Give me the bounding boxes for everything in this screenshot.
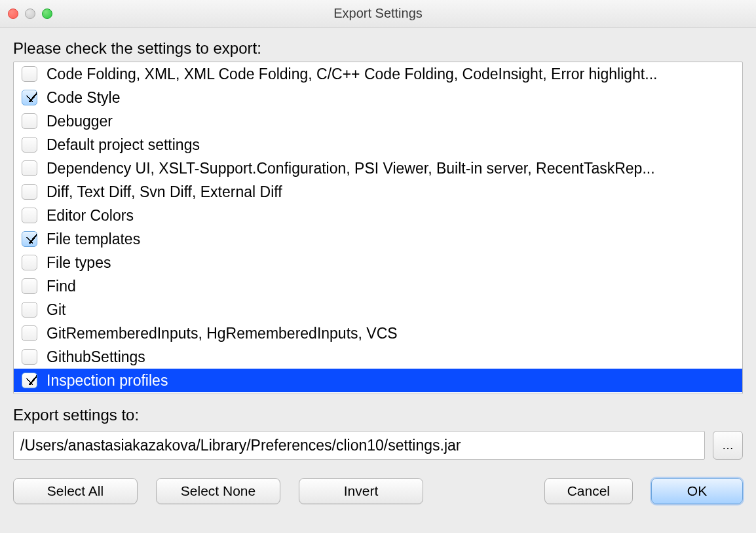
titlebar: Export Settings [0, 0, 756, 28]
list-item-label: GitRememberedInputs, HgRememberedInputs,… [47, 325, 398, 342]
export-path-row: … [13, 431, 743, 460]
list-item[interactable]: Code Folding, XML, XML Code Folding, C/C… [14, 62, 742, 86]
checkbox[interactable] [22, 373, 37, 388]
checkbox[interactable] [22, 325, 37, 341]
list-item[interactable]: Dependency UI, XSLT-Support.Configuratio… [14, 156, 742, 180]
list-item-label: Default project settings [47, 136, 200, 154]
checkbox[interactable] [22, 113, 37, 129]
list-item[interactable]: Code Style [14, 86, 742, 109]
checkbox[interactable] [22, 255, 37, 270]
checkbox[interactable] [22, 278, 37, 294]
checkbox[interactable] [22, 349, 37, 365]
list-item[interactable]: Inspection profiles [14, 369, 742, 392]
checkbox[interactable] [22, 184, 37, 200]
list-item-label: Code Style [47, 89, 121, 107]
checkbox[interactable] [22, 231, 37, 247]
select-all-button[interactable]: Select All [13, 478, 138, 504]
list-item-label: Diff, Text Diff, Svn Diff, External Diff [47, 183, 282, 201]
list-item-label: Editor Colors [47, 207, 134, 225]
close-window-icon[interactable] [8, 9, 18, 19]
checkbox[interactable] [22, 208, 37, 223]
list-item-label: Git [47, 301, 66, 319]
list-item[interactable]: GithubSettings [14, 345, 742, 369]
list-item-label: File templates [47, 230, 140, 248]
list-item[interactable]: Git [14, 298, 742, 322]
list-item-label: Find [47, 278, 76, 295]
browse-button[interactable]: … [713, 431, 743, 460]
zoom-window-icon[interactable] [42, 9, 52, 19]
list-item[interactable]: Editor Colors [14, 204, 742, 227]
checkbox[interactable] [22, 137, 37, 153]
list-item-label: Code Folding, XML, XML Code Folding, C/C… [47, 65, 657, 83]
minimize-window-icon [25, 9, 35, 19]
prompt-label: Please check the settings to export: [13, 39, 743, 58]
list-item[interactable]: Find [14, 274, 742, 298]
list-item[interactable]: GitRememberedInputs, HgRememberedInputs,… [14, 322, 742, 345]
list-item[interactable]: Default project settings [14, 133, 742, 156]
ok-button[interactable]: OK [651, 478, 743, 504]
list-item-label: Debugger [47, 113, 113, 130]
list-item[interactable]: File templates [14, 227, 742, 251]
checkbox[interactable] [22, 160, 37, 176]
checkbox[interactable] [22, 66, 37, 82]
invert-button[interactable]: Invert [299, 478, 423, 504]
select-none-button[interactable]: Select None [156, 478, 280, 504]
list-item-label: Dependency UI, XSLT-Support.Configuratio… [47, 160, 655, 177]
button-bar: Select All Select None Invert Cancel OK [13, 478, 743, 504]
list-item[interactable]: Diff, Text Diff, Svn Diff, External Diff [14, 180, 742, 204]
export-path-input[interactable] [13, 431, 705, 460]
list-item[interactable]: File types [14, 251, 742, 274]
checkbox[interactable] [22, 90, 37, 105]
list-item[interactable]: Debugger [14, 109, 742, 133]
cancel-button[interactable]: Cancel [544, 478, 633, 504]
traffic-lights [8, 9, 52, 19]
checkbox[interactable] [22, 302, 37, 318]
dialog-content: Please check the settings to export: Cod… [0, 28, 756, 533]
ellipsis-icon: … [722, 439, 734, 452]
list-item-label: File types [47, 254, 111, 272]
export-to-label: Export settings to: [13, 406, 743, 424]
settings-list[interactable]: Code Folding, XML, XML Code Folding, C/C… [13, 62, 743, 394]
list-item-label: Inspection profiles [47, 372, 168, 390]
window-title: Export Settings [0, 6, 756, 21]
list-item-label: GithubSettings [47, 348, 145, 366]
